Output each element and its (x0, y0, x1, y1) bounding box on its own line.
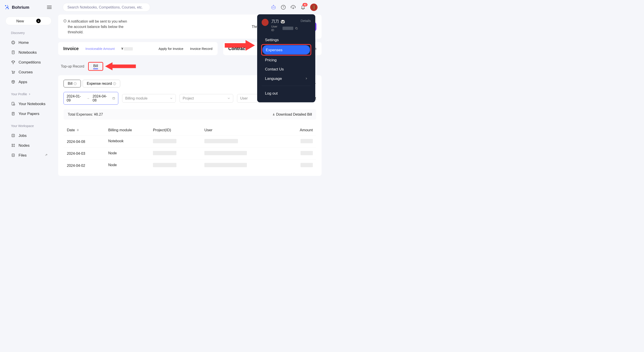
cube-icon (11, 80, 16, 84)
menu-toggle-icon[interactable] (47, 5, 52, 10)
billing-module-select[interactable]: Billing module (122, 94, 176, 103)
dd-item-expenses[interactable]: Expenses (262, 45, 310, 54)
notebook-icon (11, 50, 16, 54)
col-project: Project(ID) (153, 128, 204, 132)
date-range-picker[interactable]: 2024-01-09 → 2024-04-08 (64, 92, 118, 105)
notification-badge: 43 (302, 3, 308, 6)
calendar-icon (112, 97, 115, 100)
download-bill-link[interactable]: Download Detailed Bill (272, 112, 312, 116)
invoice-title: Invoice (63, 46, 79, 51)
project-select[interactable]: Project (180, 94, 233, 103)
dd-item-pricing[interactable]: Pricing (262, 55, 311, 65)
bell-icon[interactable]: 43 (300, 5, 306, 10)
files-icon (11, 153, 16, 158)
svg-rect-35 (12, 154, 14, 156)
col-module: Billing module (108, 128, 153, 132)
dd-expenses-highlight: Expenses (261, 44, 311, 56)
search-input[interactable]: Search Notebooks, Competitions, Courses,… (63, 3, 150, 12)
col-date[interactable]: Date (67, 128, 75, 132)
chevron-right-icon (305, 78, 308, 80)
svg-point-32 (12, 146, 13, 147)
discovery-label: Discovery (11, 31, 52, 35)
tab-bill[interactable]: Bill (93, 64, 98, 68)
svg-point-38 (65, 22, 65, 22)
dd-item-logout[interactable]: Log out (262, 88, 311, 98)
sidebar-item-courses[interactable]: Courses (6, 67, 52, 77)
expense-record-pill-tab[interactable]: Expense recordi (82, 80, 120, 88)
share-icon[interactable] (45, 154, 48, 157)
new-button[interactable]: New+ (6, 17, 52, 25)
sidebar-item-notebooks[interactable]: Notebooks (6, 48, 52, 57)
sidebar-item-home[interactable]: Home (6, 38, 52, 48)
chevron-down-icon (170, 97, 173, 100)
workspace-label: Your Workspace (11, 124, 52, 128)
invoice-record-link[interactable]: Invoice Record (190, 47, 212, 50)
dd-item-contact[interactable]: Contact Us (262, 65, 311, 74)
avatar[interactable] (310, 4, 318, 11)
nodes-icon (11, 143, 16, 148)
header-actions: ? 43 (271, 4, 318, 11)
home-icon (11, 40, 16, 45)
invoice-currency: ¥ (122, 47, 133, 50)
table-row: 2024-04-02 Node (64, 160, 316, 172)
plus-icon: + (36, 19, 41, 23)
chevron-down-icon (228, 97, 230, 100)
sidebar-item-your-notebooks[interactable]: Your Notebooks (6, 99, 52, 109)
sidebar-item-jobs[interactable]: Jobs (6, 130, 52, 140)
bill-pill-tab[interactable]: Billi (64, 80, 81, 88)
sidebar-item-competitions[interactable]: Competitions (6, 57, 52, 67)
table-row: 2024-04-08 Notebook (64, 136, 316, 148)
tab-bill-highlight: Bill (88, 62, 103, 71)
tab-topup-record[interactable]: Top-up Record (60, 62, 86, 71)
download-icon (272, 113, 275, 116)
panda-emoji-icon: 🐼 (280, 19, 285, 24)
user-dropdown-menu: 刀刀🐼 User ID Details Settings Expenses Pr… (257, 14, 315, 102)
copy-icon[interactable] (295, 27, 298, 30)
dd-user-info: 刀刀🐼 User ID Details (262, 19, 311, 32)
sidebar-item-your-papers[interactable]: Your Papers (6, 109, 52, 118)
profile-label[interactable]: Your Profile (11, 92, 52, 96)
paper-icon (11, 111, 16, 116)
notification-text: A notification will be sent to you when … (68, 18, 128, 35)
cloud-download-icon[interactable] (290, 5, 296, 10)
trophy-icon (11, 60, 16, 64)
dd-item-language[interactable]: Language (262, 74, 311, 83)
invoice-card: Invoice Invoiceable Amount ¥ Apply for I… (58, 42, 218, 55)
header: Bohrium Search Notebooks, Competitions, … (0, 0, 322, 14)
list-icon (11, 133, 16, 138)
svg-rect-5 (272, 6, 275, 9)
sort-icon[interactable] (77, 129, 79, 131)
svg-point-4 (8, 8, 9, 9)
brand-name: Bohrium (12, 5, 29, 10)
sidebar-item-files[interactable]: Files (6, 150, 52, 160)
svg-rect-14 (314, 6, 315, 9)
cart-icon (11, 70, 16, 74)
logo[interactable]: Bohrium (4, 5, 47, 10)
sidebar-item-nodes[interactable]: Nodes (6, 140, 52, 150)
dd-item-settings[interactable]: Settings (262, 35, 311, 44)
dd-details-link[interactable]: Details (300, 19, 311, 22)
sidebar-item-apps[interactable]: Apps (6, 77, 52, 87)
table-header: Date Billing module Project(ID) User Amo… (64, 124, 316, 136)
svg-point-6 (272, 7, 273, 8)
sidebar: New+ Discovery Home Notebooks Competitio… (0, 0, 55, 176)
svg-point-3 (5, 8, 6, 10)
total-row: Total Expenses: ¥8.27 Download Detailed … (64, 109, 316, 120)
col-user: User (204, 128, 292, 132)
svg-point-1 (7, 5, 8, 6)
bot-icon[interactable] (271, 5, 276, 10)
svg-rect-2 (6, 6, 9, 8)
svg-point-22 (14, 104, 14, 105)
svg-rect-13 (313, 6, 314, 9)
apply-invoice-link[interactable]: Apply for Invoice (158, 47, 183, 50)
dd-username: 刀刀🐼 (271, 19, 298, 24)
chevron-right-icon (28, 93, 31, 95)
col-amount: Amount (292, 128, 313, 132)
svg-point-33 (14, 146, 14, 147)
svg-rect-27 (12, 134, 14, 137)
svg-rect-39 (113, 98, 115, 99)
help-icon[interactable]: ? (281, 5, 286, 10)
annotation-arrow-icon (105, 61, 137, 72)
table-row: 2024-04-03 Node (64, 148, 316, 160)
invoiceable-label: Invoiceable Amount (86, 47, 115, 50)
